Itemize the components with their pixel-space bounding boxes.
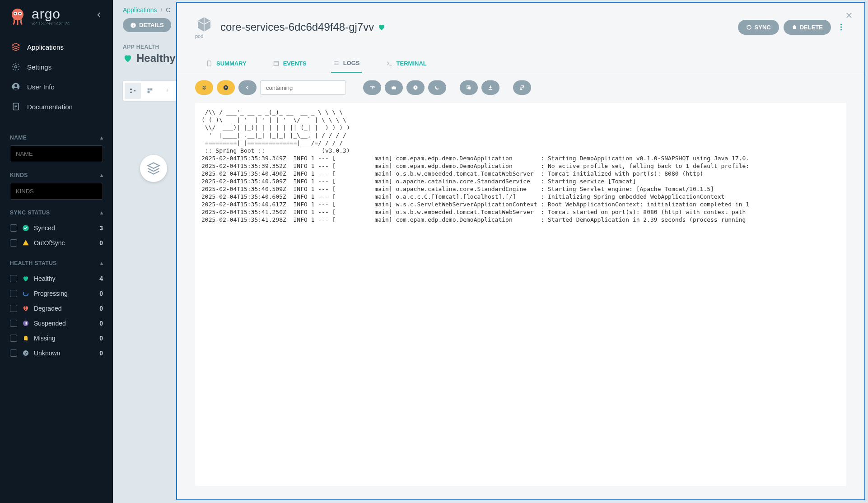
log-filter-input[interactable] (260, 80, 346, 95)
gear-icon (11, 62, 21, 72)
doc-icon (11, 102, 21, 112)
filter-progressing[interactable]: Progressing0 (10, 286, 103, 301)
scroll-bottom-button[interactable] (217, 80, 235, 95)
tab-events-label: EVENTS (283, 60, 307, 67)
more-actions-button[interactable] (835, 20, 846, 34)
tab-logs[interactable]: LOGS (331, 54, 362, 73)
chevron-up-icon[interactable]: ▴ (100, 260, 103, 266)
svg-point-26 (840, 24, 841, 25)
nav-documentation[interactable]: Documentation (0, 97, 113, 116)
checkbox[interactable] (10, 275, 17, 282)
dark-mode-button[interactable] (428, 80, 446, 95)
filter-name-input[interactable] (10, 145, 103, 162)
checkbox[interactable] (10, 335, 17, 342)
container-button[interactable] (385, 80, 403, 95)
info-icon (130, 22, 136, 28)
view-tree-button[interactable] (125, 83, 141, 99)
view-network-button[interactable]: + (159, 83, 175, 99)
filter-degraded-count: 0 (99, 305, 103, 312)
fullscreen-button[interactable] (513, 80, 531, 95)
sidebar-collapse-button[interactable] (95, 11, 103, 19)
kind-label: pod (195, 33, 220, 39)
chevron-up-icon[interactable]: ▴ (100, 210, 103, 216)
filter-missing-count: 0 (99, 335, 103, 342)
svg-point-10 (23, 291, 28, 296)
delete-button[interactable]: DELETE (784, 20, 831, 35)
app-root-node[interactable] (140, 155, 167, 182)
nav-applications-label: Applications (27, 43, 64, 51)
filter-unknown[interactable]: ?Unknown0 (10, 345, 103, 360)
filter-kinds-section: KINDS▴ (0, 172, 113, 200)
filter-unknown-count: 0 (99, 349, 103, 357)
tab-terminal-label: TERMINAL (397, 60, 427, 67)
brand-block: argo v2.13.2+dc43124 (32, 6, 70, 26)
sync-button[interactable]: SYNC (738, 20, 779, 35)
filter-progressing-count: 0 (99, 290, 103, 297)
filter-synced[interactable]: Synced 3 (10, 220, 103, 235)
chevron-up-icon[interactable]: ▴ (100, 135, 103, 141)
nav-settings[interactable]: Settings (0, 57, 113, 77)
brand-name: argo (32, 6, 70, 22)
filter-missing[interactable]: Missing0 (10, 331, 103, 345)
filter-progressing-label: Progressing (34, 290, 68, 297)
view-pods-button[interactable] (142, 83, 158, 99)
chevrons-down-icon (201, 84, 207, 91)
panel-header: pod core-services-6dc6d49f48-gj7vv SYNC … (177, 3, 864, 45)
trash-icon (792, 24, 797, 30)
follow-button[interactable] (195, 80, 213, 95)
checkbox[interactable] (10, 239, 17, 247)
tab-summary[interactable]: SUMMARY (204, 54, 248, 73)
dots-vertical-icon (840, 23, 842, 31)
chevron-up-icon[interactable]: ▴ (100, 172, 103, 178)
filter-kinds-input[interactable] (10, 183, 103, 200)
log-toolbar (177, 73, 864, 100)
details-button[interactable]: DETAILS (123, 18, 171, 32)
svg-point-18 (133, 23, 134, 24)
progress-icon (22, 289, 29, 297)
breadcrumb-sep: / (160, 6, 162, 14)
heart-icon (378, 23, 386, 31)
close-button[interactable] (845, 12, 853, 19)
filter-degraded[interactable]: Degraded0 (10, 301, 103, 316)
breadcrumb-root[interactable]: Applications (123, 6, 157, 14)
list-icon (333, 60, 340, 66)
pause-icon (22, 319, 29, 327)
copy-button[interactable] (460, 80, 478, 95)
nav-userinfo[interactable]: User Info (0, 77, 113, 97)
view-mode-bar: + (123, 81, 177, 101)
app-health-value: Healthy (136, 52, 176, 65)
download-button[interactable] (481, 80, 499, 95)
svg-point-28 (840, 29, 841, 30)
tab-events[interactable]: EVENTS (271, 54, 308, 73)
copy-icon (466, 84, 472, 91)
synced-icon (22, 224, 29, 232)
wrap-button[interactable] (363, 80, 381, 95)
checkbox[interactable] (10, 305, 17, 312)
checkbox[interactable] (10, 320, 17, 327)
filter-suspended-count: 0 (99, 320, 103, 327)
filter-name-label: NAME (10, 135, 27, 141)
checkbox[interactable] (10, 290, 17, 297)
layers-icon (147, 162, 160, 175)
filter-synced-label: Synced (34, 224, 55, 232)
checkbox[interactable] (10, 349, 17, 357)
heart-icon (22, 275, 29, 282)
svg-point-5 (15, 66, 17, 68)
download-circle-icon (223, 84, 229, 91)
timestamps-button[interactable] (406, 80, 425, 95)
svg-rect-17 (133, 24, 133, 26)
tab-terminal[interactable]: TERMINAL (384, 54, 429, 73)
tab-summary-label: SUMMARY (216, 60, 247, 67)
filter-degraded-label: Degraded (34, 305, 62, 312)
svg-rect-22 (148, 88, 150, 91)
prev-button[interactable] (238, 80, 257, 95)
filter-healthy[interactable]: Healthy4 (10, 271, 103, 286)
moon-icon (434, 84, 440, 91)
nav-userinfo-label: User Info (27, 83, 55, 91)
checkbox[interactable] (10, 224, 17, 232)
filter-outofsync[interactable]: OutOfSync 0 (10, 235, 103, 250)
log-viewer[interactable]: /\\ / ___'_ __ _ _(_)_ __ __ _ \ \ \ \ (… (195, 103, 846, 486)
nav-applications[interactable]: Applications (0, 37, 113, 57)
filter-suspended[interactable]: Suspended0 (10, 316, 103, 331)
filter-suspended-label: Suspended (34, 320, 66, 327)
